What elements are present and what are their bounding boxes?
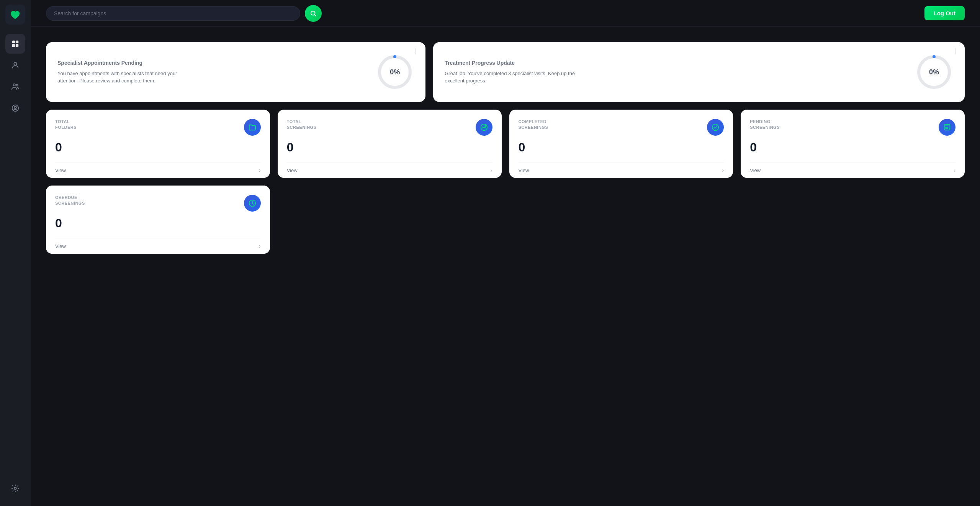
total-folders-header: TOTAL FOLDERS <box>55 119 261 136</box>
sidebar-item-dashboard[interactable] <box>5 34 25 54</box>
main-content: Log Out Specialist Appointments Pending … <box>31 0 980 506</box>
sidebar-item-settings[interactable] <box>5 478 25 498</box>
pending-icon <box>943 123 951 131</box>
completed-screenings-header: COMPLETED SCREENINGS <box>519 119 724 136</box>
svg-point-16 <box>252 203 253 204</box>
search-icon <box>310 10 317 17</box>
total-folders-view[interactable]: View › <box>55 162 261 178</box>
overdue-screenings-card: OVERDUE SCREENINGS 0 View › <box>46 186 270 254</box>
total-screenings-value: 0 <box>287 140 492 154</box>
pending-screenings-value: 0 <box>750 140 955 154</box>
donut-label: 0% <box>390 68 400 76</box>
total-folders-icon-circle <box>244 119 261 136</box>
specialist-appointments-donut: 0% <box>376 53 414 91</box>
total-screenings-arrow: › <box>491 167 492 173</box>
svg-point-8 <box>14 106 16 108</box>
specialist-appointments-description: You have appointments with specialists t… <box>57 70 188 85</box>
pending-screenings-card: PENDING SCREENINGS 0 View › <box>741 110 965 178</box>
overdue-screenings-view[interactable]: View › <box>55 238 261 254</box>
completed-screenings-value: 0 <box>519 140 724 154</box>
stats-grid: TOTAL FOLDERS 0 View › <box>46 110 965 178</box>
total-screenings-header: TOTAL SCREENINGS <box>287 119 492 136</box>
pending-screenings-title: PENDING SCREENINGS <box>750 119 780 131</box>
sidebar-item-profile[interactable] <box>5 98 25 118</box>
overdue-screenings-header: OVERDUE SCREENINGS <box>55 195 261 212</box>
search-button[interactable] <box>305 5 322 22</box>
total-screenings-title: TOTAL SCREENINGS <box>287 119 317 131</box>
topbar: Log Out <box>31 0 980 27</box>
app-logo[interactable] <box>5 5 25 25</box>
overdue-screenings-view-label: View <box>55 243 66 249</box>
treatment-progress-card: Treatment Progress Update Great job! You… <box>433 42 965 102</box>
pending-screenings-header: PENDING SCREENINGS <box>750 119 955 136</box>
total-folders-card: TOTAL FOLDERS 0 View › <box>46 110 270 178</box>
total-folders-value: 0 <box>55 140 261 154</box>
total-folders-view-label: View <box>55 168 66 173</box>
svg-point-13 <box>712 124 719 131</box>
specialist-appointments-card: Specialist Appointments Pending You have… <box>46 42 425 102</box>
specialist-appointments-text: Specialist Appointments Pending You have… <box>57 60 188 85</box>
card-corner-decoration <box>416 48 416 54</box>
total-folders-arrow: › <box>259 167 261 173</box>
svg-point-5 <box>13 84 16 86</box>
treatment-progress-text: Treatment Progress Update Great job! You… <box>445 60 575 85</box>
total-screenings-view[interactable]: View › <box>287 162 492 178</box>
svg-point-9 <box>14 487 16 490</box>
treatment-progress-title: Treatment Progress Update <box>445 60 575 66</box>
logout-button[interactable]: Log Out <box>924 6 965 20</box>
specialist-appointments-title: Specialist Appointments Pending <box>57 60 188 66</box>
svg-rect-0 <box>12 41 15 43</box>
svg-rect-3 <box>16 44 18 47</box>
pending-screenings-view[interactable]: View › <box>750 162 955 178</box>
treatment-donut-label: 0% <box>929 68 939 76</box>
completed-screenings-title: COMPLETED SCREENINGS <box>519 119 548 131</box>
search-input[interactable] <box>46 6 300 21</box>
completed-icon <box>711 123 720 131</box>
overdue-screenings-icon-circle <box>244 195 261 212</box>
screenings-icon <box>480 123 488 131</box>
sidebar-item-person[interactable] <box>5 55 25 75</box>
folder-icon <box>248 123 257 131</box>
sidebar-item-team[interactable] <box>5 77 25 97</box>
overdue-screenings-value: 0 <box>55 216 261 230</box>
completed-screenings-card: COMPLETED SCREENINGS 0 View › <box>509 110 733 178</box>
pending-screenings-icon-circle <box>939 119 955 136</box>
svg-point-4 <box>14 62 16 65</box>
svg-rect-2 <box>12 44 15 47</box>
search-wrapper <box>46 6 300 21</box>
pending-screenings-arrow: › <box>954 167 955 173</box>
completed-screenings-view[interactable]: View › <box>519 162 724 178</box>
overdue-screenings-arrow: › <box>259 243 261 249</box>
svg-rect-1 <box>16 41 18 43</box>
content-area: Specialist Appointments Pending You have… <box>31 27 980 506</box>
sidebar-nav <box>5 34 25 475</box>
top-cards-row: Specialist Appointments Pending You have… <box>46 42 965 102</box>
total-folders-title: TOTAL FOLDERS <box>55 119 77 131</box>
treatment-progress-description: Great job! You've completed 3 specialist… <box>445 70 575 85</box>
pending-screenings-view-label: View <box>750 168 761 173</box>
overdue-icon <box>248 199 257 207</box>
svg-point-6 <box>16 84 18 86</box>
bottom-row: OVERDUE SCREENINGS 0 View › <box>46 186 965 254</box>
total-screenings-view-label: View <box>287 168 298 173</box>
completed-screenings-icon-circle <box>707 119 724 136</box>
sidebar <box>0 0 31 506</box>
card-corner-decoration-2 <box>955 48 955 54</box>
total-screenings-icon-circle <box>476 119 492 136</box>
search-container <box>46 5 322 22</box>
completed-screenings-arrow: › <box>722 167 724 173</box>
total-screenings-card: TOTAL SCREENINGS 0 View › <box>278 110 502 178</box>
sidebar-bottom <box>5 478 25 501</box>
treatment-progress-donut: 0% <box>915 53 953 91</box>
overdue-screenings-title: OVERDUE SCREENINGS <box>55 195 85 207</box>
completed-screenings-view-label: View <box>519 168 529 173</box>
svg-point-12 <box>485 125 487 127</box>
